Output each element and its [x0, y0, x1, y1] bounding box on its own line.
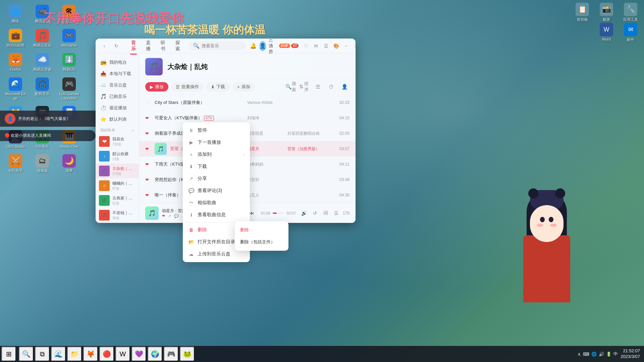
play-all-button[interactable]: ▶ 播放: [145, 82, 168, 92]
desktop-icon-network[interactable]: 🌐 网络: [3, 3, 28, 25]
fav-icon-4[interactable]: ❤: [145, 146, 152, 152]
notification-icon[interactable]: 🔔: [250, 41, 257, 51]
minimize-button[interactable]: −: [342, 42, 350, 50]
scm-delete[interactable]: 删除: [235, 224, 288, 236]
cm-comments[interactable]: 💬 查看评论(3): [183, 185, 250, 197]
desktop-icon-uu[interactable]: ⬇️ 网易UU: [57, 52, 81, 73]
desktop-icon-wegame[interactable]: 🎮 WeGame: [57, 27, 81, 49]
desktop-icon-firefox[interactable]: 🦊 Firefox: [3, 52, 28, 73]
cm-next[interactable]: ▶ 下一首播放: [183, 136, 250, 148]
search-bar[interactable]: 🔍: [189, 41, 246, 50]
tab-audiobooks[interactable]: 听书: [156, 39, 170, 54]
sidebar-item-favorites[interactable]: ⭐ 默认列表: [96, 114, 139, 125]
sidebar-item-local[interactable]: 📥 本地与下载: [96, 68, 139, 79]
cm-pause[interactable]: ⏸ 暂停: [183, 124, 250, 136]
back-button[interactable]: ‹: [100, 41, 109, 51]
sidebar-item-purchased[interactable]: 🎵 已购音乐: [96, 91, 139, 102]
taskbar-app5[interactable]: 🐸: [180, 347, 195, 361]
keyboard-icon[interactable]: ⌨: [583, 352, 589, 357]
broadcast-bar[interactable]: 🔴 欢迎小朋友进入直播间: [0, 130, 96, 141]
cm-download[interactable]: ⬇ 下载: [183, 161, 250, 173]
user-button[interactable]: 👤: [339, 82, 350, 92]
playlist-toggle-button[interactable]: ☰: [332, 209, 341, 218]
search-input[interactable]: [202, 43, 242, 48]
sidebar-item-recent[interactable]: ⏱️ 最近播放: [96, 102, 139, 114]
desktop-icon-netease-music[interactable]: 🎵 网易云音乐: [30, 27, 54, 49]
download-button[interactable]: ⬇ 下载: [206, 82, 230, 92]
add-playlist-icon[interactable]: +: [132, 128, 134, 132]
search-songs-button[interactable]: 🔍 搜索: [286, 82, 296, 92]
desktop-icon-screen[interactable]: 📸 截屏: [596, 3, 617, 22]
tab-live[interactable]: 直播: [141, 39, 155, 54]
taskbar-multitask[interactable]: ⧉: [35, 347, 50, 361]
clock-button[interactable]: ⏱: [326, 82, 336, 92]
sort-button[interactable]: ⇅ 排序: [299, 82, 309, 92]
taskbar-firefox[interactable]: 🦊: [83, 347, 98, 361]
taskbar-app3[interactable]: 🌍: [148, 347, 162, 361]
tab-explore[interactable]: 探索: [171, 39, 185, 54]
fav-icon-1[interactable]: ♡: [145, 100, 152, 105]
fav-icon-6[interactable]: ❤: [145, 177, 152, 182]
playlist-item-favorites[interactable]: ❤ 我喜欢 718首: [96, 134, 139, 149]
fav-icon-7[interactable]: ❤: [145, 193, 152, 198]
desktop-icon-edge[interactable]: 🌊 Microsoft Edge: [3, 76, 28, 102]
repeat-button[interactable]: ↺: [311, 209, 319, 218]
playlist-item-default[interactable]: ♪ 默认收藏 23首: [96, 149, 139, 164]
heart-button[interactable]: ♡: [302, 42, 310, 50]
cm-add-to[interactable]: + 添加到 ›: [183, 148, 250, 161]
taskbar-search[interactable]: 🔍: [19, 347, 34, 361]
taskbar-explorer[interactable]: 📁: [67, 347, 82, 361]
playlist-item-buchaiqian[interactable]: 🎵 不差钱｜第三关 36首: [96, 208, 139, 223]
playlist-item-dazhahui[interactable]: 🎵 大杂烩｜乱炖 179首: [96, 164, 139, 178]
desktop-icon-game3[interactable]: 🗂 游戏版: [30, 153, 54, 174]
network-status-icon[interactable]: 🌐: [591, 352, 597, 357]
battery-icon[interactable]: 🔋: [606, 352, 611, 357]
playlist-item-guqin[interactable]: 🎼 古典家｜轻Rap 51首: [96, 193, 139, 208]
tab-music[interactable]: 音乐: [126, 39, 141, 54]
sidebar-item-cloud[interactable]: ☁️ 音乐云盘: [96, 79, 139, 91]
volume-button[interactable]: 🔊: [300, 209, 309, 218]
cm-song-info[interactable]: ℹ 查看歌曲信息: [183, 209, 250, 221]
song-row-1[interactable]: ♡ City of Stars（原版伴奏） Various Artists 02…: [139, 95, 356, 110]
scm-delete-with-file[interactable]: 删除（包括文件）: [235, 236, 288, 248]
desktop-icon-clipboard[interactable]: 📋 剪切板: [572, 3, 593, 22]
fav-icon-5[interactable]: ❤: [145, 162, 152, 167]
mail-button[interactable]: ✉: [312, 42, 320, 50]
taskbar-up-arrow-icon[interactable]: ∧: [578, 352, 581, 357]
desktop-icon-game2[interactable]: ⚔️ 全职高手: [3, 153, 28, 174]
playlist-item-ququ[interactable]: ♫ 蛐蛐的｜歌单 87首: [96, 178, 139, 193]
taskbar-app4[interactable]: 🎮: [164, 347, 178, 361]
desktop-icon-tools[interactable]: 🔧 应用工具: [620, 3, 641, 22]
playlist-item-bubiaozhun[interactable]: ♬ 不标准｜青语歌: [96, 223, 139, 223]
player-comment-btn[interactable]: 💬: [174, 214, 179, 218]
add-button[interactable]: + 添加: [232, 82, 255, 92]
fav-icon-2[interactable]: ❤: [145, 116, 152, 121]
desktop-icon-kugou[interactable]: 🎧 酷狗音乐: [30, 76, 54, 102]
desktop-icon-dream[interactable]: 🌙 湖梦: [57, 153, 81, 174]
menu-button[interactable]: ☰: [322, 42, 330, 50]
taskbar-edge[interactable]: 🌊: [51, 347, 66, 361]
list-view-button[interactable]: ☰: [313, 82, 323, 92]
cm-similar[interactable]: 〜 相似歌曲: [183, 197, 250, 209]
taskbar-wps[interactable]: W: [115, 347, 130, 361]
player-like-btn[interactable]: ❤: [162, 214, 165, 218]
player-share-btn[interactable]: ↗: [168, 214, 171, 218]
desktop-icon-word[interactable]: W Word: [596, 23, 617, 42]
cm-share[interactable]: ↗ 分享: [183, 173, 250, 185]
batch-button[interactable]: ☰ 批量操作: [171, 82, 204, 92]
taskbar-app2[interactable]: 💜: [131, 347, 146, 361]
maximize-button[interactable]: □: [352, 42, 356, 50]
desktop-icon-netease-cloud[interactable]: ☁️ 网易云管家: [30, 52, 54, 73]
desktop-icon-email[interactable]: ✉ 邮件: [620, 23, 641, 42]
fav-icon-3[interactable]: ❤: [145, 131, 152, 136]
start-button[interactable]: ⊞: [1, 347, 16, 361]
lyrics-button[interactable]: 词: [321, 209, 330, 218]
volume-status-icon[interactable]: 🔊: [599, 352, 604, 357]
refresh-button[interactable]: ↻: [112, 41, 121, 51]
taskbar-app1[interactable]: 🔴: [99, 347, 114, 361]
progress-bar[interactable]: [273, 213, 284, 214]
desktop-icon-epic[interactable]: 🎮 Epic Games Launcher: [57, 76, 81, 102]
desktop-icon-boss[interactable]: 💼 BOSS直聘: [3, 27, 28, 49]
skin-button[interactable]: 🎨: [332, 42, 340, 50]
ime-icon[interactable]: 中: [613, 351, 618, 357]
